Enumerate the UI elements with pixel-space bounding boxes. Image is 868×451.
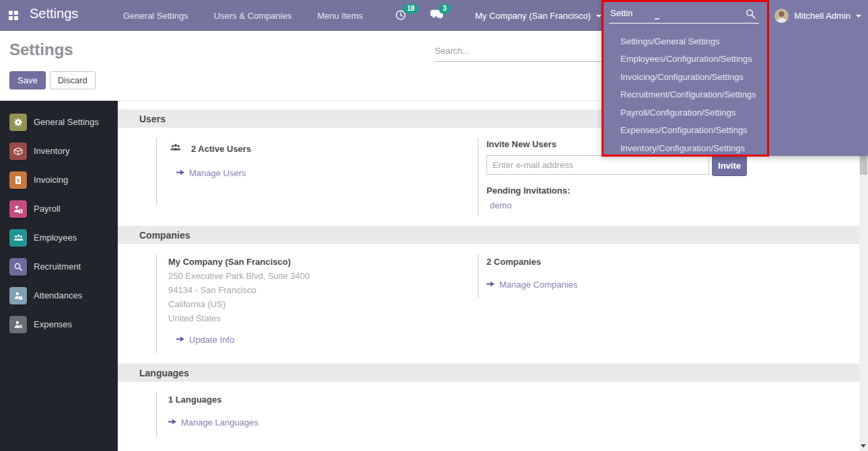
svg-text:$: $	[17, 177, 20, 183]
sidebar-item-label: Employees	[34, 233, 77, 243]
apps-grid-square	[9, 16, 13, 20]
menu-general-settings[interactable]: General Settings	[123, 11, 188, 21]
sidebar-item-label: Inventory	[34, 146, 69, 156]
sidebar-item-label: Expenses	[34, 319, 72, 329]
active-users-count: 2 Active Users	[191, 144, 251, 154]
general-settings-app-icon	[9, 114, 27, 131]
messages-badge: 3	[439, 4, 451, 13]
chevron-down-icon	[596, 15, 602, 17]
search-result-item[interactable]: Payroll/Configuration/Settings	[602, 104, 776, 122]
payroll-app-icon: $	[9, 200, 27, 218]
menu-users-companies[interactable]: Users & Companies	[214, 11, 292, 21]
clock-icon	[394, 12, 407, 24]
manage-languages-label: Manage Languages	[181, 417, 258, 427]
menu-search-field	[609, 5, 759, 24]
attendances-app-icon	[9, 287, 27, 304]
invite-button[interactable]: Invite	[712, 155, 747, 176]
systray: 18 3 My Company (San Francisco)	[394, 0, 602, 31]
employees-app-icon	[9, 229, 27, 247]
invite-email-input[interactable]	[486, 155, 709, 175]
section-header-companies: Companies	[118, 226, 868, 244]
manage-companies-label: Manage Companies	[499, 280, 577, 290]
pending-invitations-label: Pending Invitations:	[486, 186, 848, 196]
search-icon[interactable]	[745, 8, 756, 22]
sidebar-item-expenses[interactable]: $ Expenses	[0, 310, 118, 339]
search-result-item[interactable]: Expenses/Configuration/Settings	[602, 122, 776, 140]
save-button[interactable]: Save	[9, 71, 46, 89]
arrow-right-icon	[486, 278, 495, 290]
app-brand-title[interactable]: Settings	[30, 6, 78, 22]
search-field	[434, 40, 604, 62]
recruitment-app-icon	[9, 258, 27, 276]
pending-invitation-demo[interactable]: demo	[490, 200, 848, 210]
expenses-app-icon: $	[9, 316, 27, 333]
company-name: My Company (San Francisco)	[168, 257, 478, 267]
company-switcher-label: My Company (San Francisco)	[475, 11, 591, 21]
companies-count-box: 2 Companies Manage Companies	[478, 254, 848, 298]
company-address-line: California (US)	[168, 299, 478, 309]
sidebar-item-label: General Settings	[34, 117, 99, 127]
sidebar-item-invoicing[interactable]: $ Invoicing	[0, 165, 118, 194]
menu-menu-items[interactable]: Menu Items	[317, 11, 363, 21]
company-info-box: My Company (San Francisco) 250 Executive…	[156, 254, 478, 354]
apps-grid-square	[14, 11, 18, 15]
search-result-item[interactable]: Inventory/Configuration/Settings	[602, 139, 776, 157]
apps-grid-icon[interactable]	[9, 11, 18, 20]
companies-count: 2 Companies	[486, 257, 848, 267]
menu-search-results: Settings/General Settings Employees/Conf…	[602, 32, 776, 157]
companies-section-body: My Company (San Francisco) 250 Executive…	[118, 244, 868, 355]
sidebar-item-inventory[interactable]: Inventory	[0, 136, 118, 165]
inventory-app-icon	[9, 142, 27, 160]
sidebar-item-label: Payroll	[34, 204, 61, 214]
search-result-item[interactable]: Settings/General Settings	[602, 32, 776, 50]
vertical-scrollbar[interactable]	[859, 156, 868, 451]
manage-users-link[interactable]: Manage Users	[176, 167, 478, 179]
manage-companies-link[interactable]: Manage Companies	[486, 278, 848, 290]
company-address-line: 250 Executive Park Blvd, Suite 3400	[168, 271, 478, 281]
activities-badge: 18	[403, 4, 419, 13]
search-result-item[interactable]: Invoicing/Configuration/Settings	[602, 68, 776, 86]
settings-sidebar: General Settings Inventory $ Invoicing	[0, 101, 118, 451]
sidebar-item-payroll[interactable]: $ Payroll	[0, 194, 118, 223]
languages-box: 1 Languages Manage Languages	[156, 392, 478, 438]
arrow-right-icon	[176, 167, 184, 179]
svg-text:$: $	[20, 323, 22, 329]
messages-button[interactable]: 3	[430, 9, 444, 22]
users-group-icon	[168, 142, 183, 156]
sidebar-item-employees[interactable]: Employees	[0, 223, 118, 252]
scrollbar-down-arrow[interactable]	[861, 444, 866, 448]
menu-search-input[interactable]	[609, 5, 730, 22]
user-menu-label: Mitchell Admin	[794, 11, 851, 21]
sidebar-item-recruitment[interactable]: Recruitment	[0, 252, 118, 281]
discard-button[interactable]: Discard	[50, 71, 96, 89]
sidebar-item-attendances[interactable]: Attendances	[0, 281, 118, 310]
section-header-languages: Languages	[118, 364, 868, 382]
chevron-down-icon	[856, 15, 861, 17]
company-address-line: 94134 - San Francisco	[168, 285, 478, 295]
sidebar-item-general-settings[interactable]: General Settings	[0, 108, 118, 136]
arrow-right-icon	[168, 416, 176, 428]
languages-section-body: 1 Languages Manage Languages	[118, 382, 868, 439]
activities-button[interactable]: 18	[394, 9, 407, 22]
update-info-link[interactable]: Update Info	[176, 333, 478, 345]
search-input[interactable]	[434, 40, 604, 56]
manage-languages-link[interactable]: Manage Languages	[168, 416, 478, 428]
sidebar-item-label: Attendances	[34, 290, 82, 300]
update-info-label: Update Info	[189, 335, 234, 345]
active-users-box: 2 Active Users Manage Users	[156, 138, 478, 206]
search-result-item[interactable]: Recruitment/Configuration/Settings	[602, 86, 776, 104]
manage-users-label: Manage Users	[189, 168, 246, 178]
user-menu[interactable]: Mitchell Admin	[774, 0, 861, 31]
svg-text:$: $	[20, 209, 22, 213]
scrollbar-thumb[interactable]	[860, 156, 867, 175]
avatar	[774, 9, 789, 23]
sidebar-item-label: Recruitment	[34, 261, 81, 272]
chat-bubble-icon	[430, 12, 444, 24]
invoicing-app-icon: $	[9, 171, 27, 189]
company-switcher[interactable]: My Company (San Francisco)	[475, 11, 602, 21]
page-title: Settings	[9, 40, 73, 59]
languages-count: 1 Languages	[168, 395, 478, 405]
header-buttons: Save Discard	[9, 71, 96, 89]
company-address-line: United States	[168, 313, 478, 323]
search-result-item[interactable]: Employees/Configuration/Settings	[602, 50, 776, 69]
